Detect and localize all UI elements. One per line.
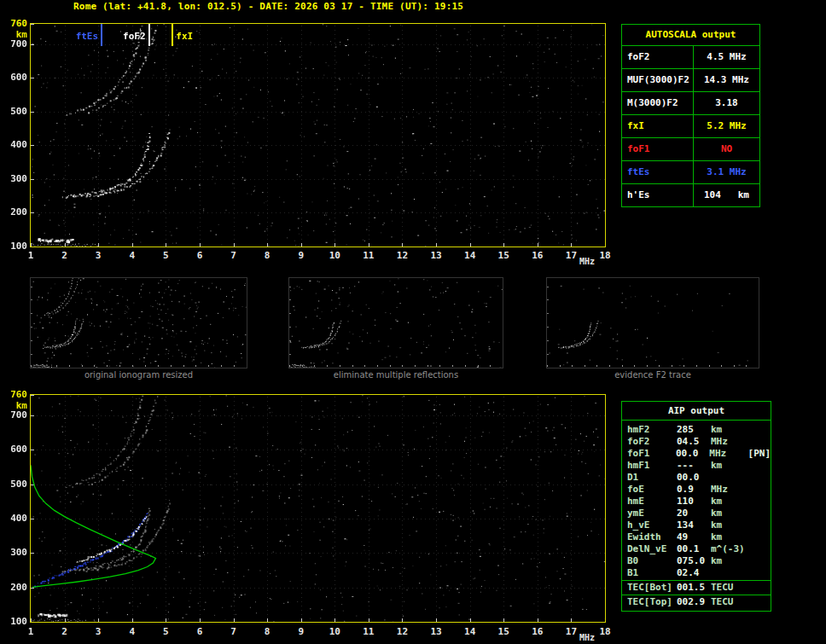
autoscala-param-value: 104 km — [694, 184, 759, 206]
aip-row: DelN_vE00.1m^(-3) — [622, 543, 771, 555]
aip-param-unit: km — [711, 460, 750, 472]
aip-param-value: 02.4 — [677, 567, 711, 579]
aip-row: hmF2285km — [622, 424, 771, 436]
aip-param-value: 075.0 — [677, 555, 711, 567]
x-axis-tick-label: 14 — [462, 250, 479, 261]
autoscala-param-name: M(3000)F2 — [622, 92, 694, 114]
aip-param-value: 285 — [677, 424, 711, 436]
x-axis-unit-label: MHz — [579, 257, 595, 266]
thumbnail-evidence-f2: evidence F2 trace — [546, 277, 759, 368]
marker-label-ftEs: ftEs — [76, 31, 99, 42]
autoscala-output-table: AUTOSCALA output foF24.5 MHzMUF(3000)F21… — [621, 24, 760, 207]
thumbnail-eliminate-reflections: eliminate multiple reflections — [288, 277, 503, 368]
autoscala-row: h'Es104 km — [622, 184, 759, 206]
thumbnail-caption: eliminate multiple reflections — [289, 370, 503, 380]
aip-param-extra — [750, 595, 771, 608]
x-axis-tick-label: 4 — [124, 626, 141, 637]
aip-param-unit — [711, 567, 750, 579]
aip-row: Ewidth49km — [622, 531, 771, 543]
y-axis-tick-label: 400 — [3, 139, 27, 150]
autoscala-row: MUF(3000)F214.3 MHz — [622, 69, 759, 92]
autoscala-param-name: h'Es — [622, 184, 694, 206]
aip-param-unit: km — [711, 496, 750, 508]
autoscala-row: M(3000)F23.18 — [622, 92, 759, 115]
autoscala-param-value: 5.2 MHz — [694, 115, 759, 137]
aip-param-name: B1 — [622, 567, 677, 579]
thumbnail-eliminate-canvas — [289, 278, 503, 368]
thumbnail-original-ionogram: original ionogram resized — [30, 277, 247, 368]
y-axis-tick-label: 700 — [3, 409, 27, 421]
autoscala-row: fxI5.2 MHz — [622, 115, 759, 138]
x-axis-tick-label: 18 — [596, 250, 614, 261]
x-axis-tick-label: 12 — [393, 626, 410, 637]
aip-param-name: B0 — [622, 555, 677, 567]
autoscala-param-name: ftEs — [622, 161, 694, 183]
x-axis-tick-label: 1 — [22, 250, 39, 261]
x-axis-tick-label: 10 — [326, 626, 343, 637]
y-axis-tick-label: 500 — [3, 106, 27, 117]
x-axis-tick-label: 11 — [360, 250, 377, 261]
aip-param-name: ymE — [622, 508, 677, 519]
aip-param-value: 04.5 — [677, 436, 711, 448]
marker-label-foF2: foF2 — [123, 31, 146, 42]
x-axis-tick-label: 8 — [259, 250, 276, 261]
autoscala-param-name: foF2 — [622, 46, 694, 68]
x-axis-tick-label: 1 — [22, 626, 39, 637]
x-axis-tick-label: 3 — [90, 626, 107, 637]
autoscala-param-value: NO — [694, 138, 759, 160]
x-axis-tick-label: 13 — [428, 626, 445, 637]
aip-param-name: Ewidth — [622, 531, 677, 543]
x-axis-tick-label: 16 — [529, 250, 546, 261]
aip-param-name: h_vE — [622, 519, 677, 531]
aip-param-name: TEC[Bot] — [622, 581, 677, 594]
aip-param-value: 00.1 — [677, 543, 711, 555]
y-axis-tick-label: 300 — [3, 173, 27, 184]
x-axis-tick-label: 2 — [56, 250, 73, 261]
aip-param-value: 20 — [677, 508, 711, 519]
autoscala-param-value: 14.3 MHz — [694, 69, 759, 91]
autoscala-param-name: foF1 — [622, 138, 694, 160]
x-axis-tick-label: 17 — [562, 626, 579, 637]
aip-param-unit: MHz — [709, 448, 747, 460]
x-axis-tick-label: 15 — [495, 250, 512, 261]
thumbnail-original-canvas — [31, 278, 247, 368]
x-axis-unit-label: MHz — [579, 633, 595, 642]
aip-param-extra — [750, 531, 771, 543]
x-axis-tick-label: 10 — [326, 250, 343, 261]
x-axis-tick-label: 7 — [225, 250, 242, 261]
autoscala-row: foF24.5 MHz — [622, 46, 759, 69]
station-date-time-title: Rome (lat: +41.8, lon: 012.5) - DATE: 20… — [73, 1, 463, 12]
aip-row: hmF1---km — [622, 460, 771, 472]
x-axis-tick-label: 5 — [157, 250, 174, 261]
aip-param-value: 110 — [677, 496, 711, 508]
top-ionogram-panel — [30, 23, 606, 247]
aip-param-value: 134 — [677, 519, 711, 531]
aip-param-extra — [750, 555, 771, 567]
aip-param-value: 49 — [677, 531, 711, 543]
autoscala-table-header: AUTOSCALA output — [622, 25, 759, 46]
aip-param-unit: km — [711, 519, 750, 531]
bottom-ionogram-panel — [30, 394, 606, 623]
x-axis-tick-label: 3 — [90, 250, 107, 261]
aip-param-unit: TECU — [711, 581, 750, 594]
aip-param-value: 001.5 — [677, 581, 711, 594]
x-axis-tick-label: 16 — [529, 626, 546, 637]
aip-row: foF204.5MHz — [622, 436, 771, 448]
aip-param-extra — [750, 581, 771, 594]
aip-param-name: foF2 — [622, 436, 677, 448]
aip-tec-rows: TEC[Bot]001.5TECUTEC[Top]002.9TECU — [622, 580, 771, 608]
aip-param-unit: TECU — [711, 595, 750, 608]
aip-param-extra — [750, 436, 771, 448]
aip-row: TEC[Bot]001.5TECU — [622, 580, 771, 594]
x-axis-tick-label: 8 — [259, 626, 276, 637]
aip-row: D100.0 — [622, 472, 771, 484]
aip-row: h_vE134km — [622, 519, 771, 531]
aip-row: ymE20km — [622, 508, 771, 519]
aip-param-extra — [750, 460, 771, 472]
aip-param-extra — [750, 496, 771, 508]
autoscala-row: foF1NO — [622, 138, 759, 161]
aip-param-name: D1 — [622, 472, 677, 484]
x-axis-tick-label: 4 — [124, 250, 141, 261]
y-axis-tick-label: 500 — [3, 479, 27, 490]
x-axis-tick-label: 7 — [225, 626, 242, 637]
